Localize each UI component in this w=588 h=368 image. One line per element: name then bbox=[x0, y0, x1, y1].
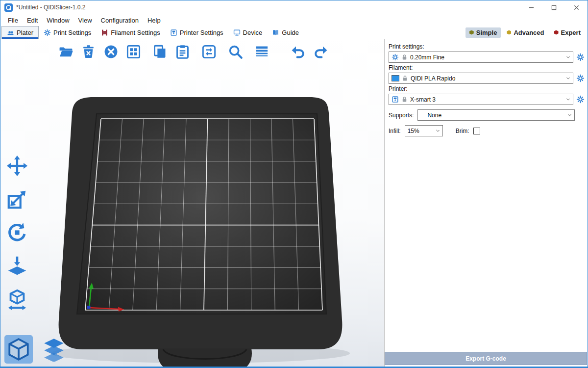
tab-label: Plater bbox=[17, 29, 33, 36]
title-bar[interactable]: *Untitled - QIDISlicer-1.0.2 bbox=[0, 0, 588, 14]
infill-value: 15% bbox=[408, 128, 433, 134]
chevron-down-icon bbox=[564, 73, 573, 83]
arrange-grid-icon bbox=[126, 44, 141, 59]
filament-select[interactable]: QIDI PLA Rapido bbox=[389, 73, 573, 84]
supports-select[interactable]: None bbox=[417, 109, 575, 121]
print-settings-icon bbox=[44, 29, 51, 36]
plater-icon bbox=[7, 29, 14, 36]
infill-select[interactable]: 15% bbox=[405, 125, 443, 136]
mode-label: Simple bbox=[476, 29, 497, 36]
settings-sidebar: Print settings: 0.20mm Fine Filament: QI… bbox=[384, 39, 588, 367]
device-monitor-icon bbox=[233, 29, 241, 36]
gear-icon bbox=[576, 53, 585, 61]
tab-label: Printer Settings bbox=[180, 29, 223, 36]
close-button[interactable] bbox=[565, 0, 588, 14]
guide-book-icon bbox=[272, 29, 279, 36]
print-settings-row: 0.20mm Fine bbox=[389, 52, 585, 63]
build-plate[interactable] bbox=[0, 39, 384, 367]
menu-configuration[interactable]: Configuration bbox=[97, 16, 143, 25]
window-controls bbox=[520, 0, 588, 14]
move-arrows-icon bbox=[6, 155, 28, 177]
menu-window[interactable]: Window bbox=[42, 16, 74, 25]
main-content: Print settings: 0.20mm Fine Filament: QI… bbox=[0, 39, 588, 367]
menu-file[interactable]: File bbox=[3, 16, 23, 25]
split-icon bbox=[201, 44, 217, 59]
edit-printer-button[interactable] bbox=[576, 95, 585, 104]
undo-button[interactable] bbox=[290, 43, 306, 60]
copy-button[interactable] bbox=[151, 43, 168, 60]
preview-button[interactable] bbox=[40, 335, 68, 364]
mode-advanced[interactable]: Advanced bbox=[503, 27, 548, 38]
scale-button[interactable] bbox=[4, 186, 30, 212]
printer-label: Printer: bbox=[389, 85, 585, 92]
menu-edit[interactable]: Edit bbox=[23, 16, 42, 25]
menu-view[interactable]: View bbox=[74, 16, 97, 25]
gear-icon bbox=[392, 53, 399, 61]
arrange-button[interactable] bbox=[125, 43, 142, 60]
split-button[interactable] bbox=[200, 43, 217, 60]
flatten-icon bbox=[6, 255, 28, 277]
rotate-button[interactable] bbox=[4, 220, 30, 245]
tab-filament-settings[interactable]: Filament Settings bbox=[96, 26, 165, 39]
lock-icon bbox=[401, 75, 409, 82]
brim-label: Brim: bbox=[456, 128, 469, 134]
sliced-layers-icon bbox=[42, 337, 66, 362]
gizmo-toolbar bbox=[4, 153, 30, 312]
tab-print-settings[interactable]: Print Settings bbox=[39, 26, 96, 39]
tab-label: Guide bbox=[282, 29, 299, 36]
tab-label: Device bbox=[243, 29, 263, 36]
tab-guide[interactable]: Guide bbox=[267, 26, 304, 39]
menu-help[interactable]: Help bbox=[143, 16, 165, 25]
menu-bar: File Edit Window View Configuration Help bbox=[0, 14, 588, 26]
tab-device[interactable]: Device bbox=[228, 26, 268, 39]
app-logo-icon bbox=[4, 3, 13, 12]
printer-select[interactable]: X-smart 3 bbox=[389, 94, 573, 105]
gear-icon bbox=[576, 74, 585, 82]
tab-bar: Plater Print Settings Filament Settings … bbox=[0, 26, 588, 39]
maximize-icon bbox=[551, 5, 557, 10]
mode-simple[interactable]: Simple bbox=[466, 27, 501, 38]
simple-mode-hex-icon bbox=[469, 30, 474, 35]
3d-viewport[interactable] bbox=[0, 39, 384, 367]
mode-label: Advanced bbox=[514, 29, 544, 36]
minimize-button[interactable] bbox=[520, 0, 542, 14]
rotate-icon bbox=[6, 221, 28, 244]
window-title: *Untitled - QIDISlicer-1.0.2 bbox=[16, 4, 85, 11]
delete-button[interactable] bbox=[80, 43, 97, 60]
filament-color-swatch bbox=[392, 75, 399, 81]
trash-icon bbox=[81, 44, 96, 59]
paste-button[interactable] bbox=[174, 43, 191, 60]
place-on-face-button[interactable] bbox=[4, 253, 30, 279]
filament-value: QIDI PLA Rapido bbox=[411, 75, 564, 82]
infill-label: Infill: bbox=[389, 128, 401, 134]
filament-spool-icon bbox=[101, 29, 108, 36]
measure-button[interactable] bbox=[4, 287, 30, 312]
maximize-button[interactable] bbox=[542, 0, 565, 14]
tab-printer-settings[interactable]: Printer Settings bbox=[165, 26, 228, 39]
redo-button[interactable] bbox=[312, 43, 329, 60]
print-settings-select[interactable]: 0.20mm Fine bbox=[389, 52, 573, 63]
edit-print-settings-button[interactable] bbox=[576, 53, 585, 61]
move-button[interactable] bbox=[4, 153, 30, 179]
print-settings-value: 0.20mm Fine bbox=[410, 54, 564, 61]
open-button[interactable] bbox=[57, 43, 74, 60]
undo-arrow-icon bbox=[291, 44, 306, 59]
3d-editor-view-button[interactable] bbox=[4, 335, 33, 364]
app-window: *Untitled - QIDISlicer-1.0.2 File Edit W… bbox=[0, 0, 588, 368]
variable-layer-height-button[interactable] bbox=[253, 43, 270, 60]
export-gcode-button[interactable]: Export G-code bbox=[385, 352, 587, 365]
search-button[interactable] bbox=[227, 43, 244, 60]
chevron-down-icon bbox=[564, 52, 573, 62]
layer-bars-icon bbox=[254, 44, 270, 59]
printer-icon bbox=[392, 96, 399, 103]
chevron-down-icon bbox=[564, 94, 573, 105]
edit-filament-button[interactable] bbox=[576, 74, 585, 82]
mode-expert[interactable]: Expert bbox=[550, 27, 585, 38]
delete-all-button[interactable] bbox=[102, 43, 119, 60]
lock-icon bbox=[401, 53, 408, 61]
tab-plater[interactable]: Plater bbox=[1, 26, 39, 39]
brim-checkbox[interactable] bbox=[473, 128, 480, 134]
supports-row: Supports: None bbox=[389, 109, 585, 121]
object-toolbar bbox=[57, 43, 329, 60]
cube-3d-icon bbox=[6, 337, 31, 362]
